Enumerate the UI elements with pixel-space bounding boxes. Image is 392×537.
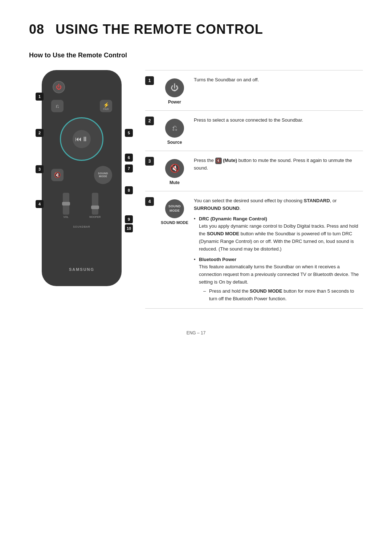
soundmode-text-2: MODE xyxy=(99,175,107,178)
remote-body: ⏻ ⎌ ⚡ PAIR ⏮⏸ xyxy=(42,70,122,286)
bluetooth-button[interactable]: ⚡ PAIR xyxy=(100,100,112,112)
drc-title-bold: DRC (Dynamic Range Control) xyxy=(199,216,267,221)
source-circle-icon: ⎌ xyxy=(172,123,177,133)
callout-7: 7 xyxy=(125,164,133,172)
vol-label: VOL xyxy=(64,216,69,218)
table-row-soundmode: 4 SOUND MODE SOUND MODE You can select t… xyxy=(145,191,363,309)
mute-icon-circle: 🔇 xyxy=(165,159,184,178)
table-row-source: 2 ⎌ Source Press to select a source conn… xyxy=(145,110,363,151)
dpad-center-button[interactable]: ⏮⏸ xyxy=(73,130,91,148)
page-footer: ENG – 17 xyxy=(29,330,363,335)
content-area: 1 2 3 4 5 6 7 8 9 10 ⏻ ⎌ xyxy=(29,70,363,309)
power-desc-text: Turns the Soundbar on and off. xyxy=(194,77,259,82)
soundmode-button[interactable]: SOUND MODE xyxy=(94,166,112,184)
woofer-slider-thumb xyxy=(91,206,99,209)
soundmode-dash-item: Press and hold the SOUND MODE button for… xyxy=(209,288,363,303)
callout-9: 9 xyxy=(125,215,133,223)
callout-5: 5 xyxy=(125,129,133,137)
chapter-title: USING THE REMOTE CONTROL xyxy=(56,22,263,37)
page-title: 08 USING THE REMOTE CONTROL xyxy=(29,22,363,37)
bluetooth-power-title: Bluetooth Power xyxy=(199,257,236,262)
table-row-power: 1 ⏻ Power Turns the Soundbar on and off. xyxy=(145,70,363,110)
remote-mute-row: 🔇 SOUND MODE xyxy=(49,166,114,184)
mute-icon-label: Mute xyxy=(170,180,180,185)
surround-bold: SURROUND SOUND xyxy=(194,206,240,211)
remote-control-diagram: 1 2 3 4 5 6 7 8 9 10 ⏻ ⎌ xyxy=(29,70,134,286)
num-badge-1: 1 xyxy=(145,76,154,85)
soundmode-circle-text-2: MODE xyxy=(170,209,180,213)
callout-8: 8 xyxy=(125,186,133,194)
dpad-ring[interactable]: ⏮⏸ xyxy=(60,117,103,161)
table-row-mute: 3 🔇 Mute Press the 🔇 (Mute) button to mu… xyxy=(145,151,363,191)
power-circle-icon: ⏻ xyxy=(171,83,179,93)
soundbar-label: SOUNDBAR xyxy=(73,225,90,228)
num-badge-3: 3 xyxy=(145,157,154,166)
source-button[interactable]: ⎌ xyxy=(51,100,64,112)
power-icon: ⏻ xyxy=(56,84,62,90)
section-title: How to Use the Remote Control xyxy=(29,52,363,59)
row-num-4: 4 xyxy=(145,197,158,302)
slider-row: VOL WOOFER xyxy=(49,193,114,218)
play-pause-icon: ⏮⏸ xyxy=(75,135,88,143)
soundmode-icon-col: SOUND MODE SOUND MODE xyxy=(158,197,191,302)
soundmode-icon-label: SOUND MODE xyxy=(161,220,188,225)
row-num-2: 2 xyxy=(145,117,158,145)
row-num-3: 3 xyxy=(145,157,158,185)
callout-4: 4 xyxy=(36,200,44,208)
soundmode-description: You can select the desired sound effect … xyxy=(191,197,363,302)
woofer-label: WOOFER xyxy=(89,216,101,218)
num-badge-4: 4 xyxy=(145,197,154,206)
dpad-area: ⏮⏸ xyxy=(49,117,114,161)
standard-bold: STANDARD xyxy=(304,198,330,203)
callout-1: 1 xyxy=(36,93,44,101)
bluetooth-power-bullet: Bluetooth Power This feature automatical… xyxy=(199,256,363,303)
pair-label: PAIR xyxy=(103,108,109,110)
remote-top-row: ⏻ xyxy=(49,81,114,93)
mute-icon: 🔇 xyxy=(54,172,61,178)
remote-source-row: ⎌ ⚡ PAIR xyxy=(49,100,114,112)
vol-slider-thumb xyxy=(62,202,70,206)
mute-icon-col: 🔇 Mute xyxy=(158,157,191,185)
soundmode-bold-2: SOUND MODE xyxy=(250,288,282,294)
callout-3: 3 xyxy=(36,165,44,173)
mute-inline-icon: 🔇 xyxy=(215,158,222,164)
soundmode-text-1: SOUND xyxy=(98,172,108,175)
woofer-slider-container: WOOFER xyxy=(89,193,101,218)
footer-text: ENG – 17 xyxy=(187,330,206,335)
mute-bold: (Mute) xyxy=(223,158,237,163)
bluetooth-icon: ⚡ xyxy=(103,102,109,108)
callout-6: 6 xyxy=(125,154,133,162)
soundmode-icon-circle: SOUND MODE xyxy=(165,199,184,218)
chapter-number: 08 xyxy=(29,22,44,37)
num-badge-2: 2 xyxy=(145,117,154,125)
source-icon-circle: ⎌ xyxy=(165,119,184,138)
button-table: 1 ⏻ Power Turns the Soundbar on and off.… xyxy=(145,70,363,309)
soundmode-circle-text-1: SOUND xyxy=(168,204,181,209)
mute-circle-icon: 🔇 xyxy=(170,164,180,173)
callout-2: 2 xyxy=(36,129,44,137)
source-desc-text: Press to select a source connected to th… xyxy=(194,117,303,123)
mute-description: Press the 🔇 (Mute) button to mute the so… xyxy=(191,157,363,185)
power-icon-label: Power xyxy=(168,99,181,105)
callout-10: 10 xyxy=(125,224,133,232)
samsung-brand-label: SAMSUNG xyxy=(69,267,94,272)
source-icon: ⎌ xyxy=(56,103,59,109)
power-button[interactable]: ⏻ xyxy=(53,81,65,93)
power-icon-col: ⏻ Power xyxy=(158,76,191,105)
vol-slider[interactable] xyxy=(63,193,69,215)
row-num-1: 1 xyxy=(145,76,158,105)
woofer-slider[interactable] xyxy=(92,193,98,215)
soundmode-bold-1: SOUND MODE xyxy=(207,231,240,236)
power-description: Turns the Soundbar on and off. xyxy=(191,76,363,105)
source-icon-label: Source xyxy=(167,140,182,145)
power-icon-circle: ⏻ xyxy=(165,78,184,97)
vol-slider-container: VOL xyxy=(63,193,69,218)
mute-button[interactable]: 🔇 xyxy=(51,169,64,181)
source-icon-col: ⎌ Source xyxy=(158,117,191,145)
drc-bullet: DRC (Dynamic Range Control) Lets you app… xyxy=(199,215,363,253)
source-description: Press to select a source connected to th… xyxy=(191,117,363,145)
